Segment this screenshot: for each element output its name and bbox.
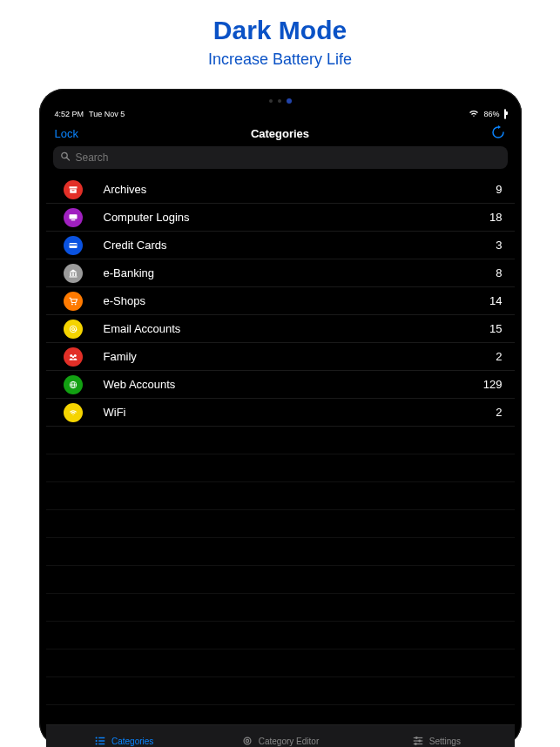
globe-icon — [64, 375, 83, 394]
refresh-icon — [491, 125, 505, 142]
category-row[interactable]: Family2 — [46, 343, 515, 371]
svg-point-17 — [70, 354, 72, 357]
empty-row — [46, 566, 515, 594]
search-input[interactable] — [53, 146, 508, 169]
cart-icon — [64, 292, 83, 311]
category-list: Archives9Computer Logins18Credit Cards3e… — [46, 176, 515, 724]
empty-row — [46, 677, 515, 705]
category-row[interactable]: Email Accounts15 — [46, 315, 515, 343]
category-row[interactable]: Archives9 — [46, 176, 515, 204]
computer-icon — [64, 208, 83, 227]
svg-rect-8 — [69, 244, 77, 246]
tab-label: Category Editor — [259, 737, 319, 746]
family-icon — [64, 347, 83, 367]
empty-row — [46, 622, 515, 649]
category-count: 2 — [476, 350, 503, 363]
promo-subtitle: Increase Battery Life — [0, 50, 560, 69]
svg-point-15 — [70, 326, 77, 333]
category-count: 3 — [476, 239, 503, 252]
empty-row — [46, 482, 515, 510]
category-label: Web Accounts — [98, 378, 476, 391]
promo-title: Dark Mode — [0, 16, 560, 45]
svg-rect-5 — [69, 214, 77, 219]
category-row[interactable]: e-Shops14 — [46, 287, 515, 315]
svg-point-25 — [96, 739, 98, 741]
category-count: 15 — [476, 322, 503, 335]
gear-icon — [241, 735, 253, 748]
empty-row — [46, 705, 515, 724]
svg-rect-28 — [98, 743, 105, 744]
status-time: 4:52 PM — [55, 110, 84, 118]
category-label: Computer Logins — [98, 211, 476, 224]
sliders-icon — [412, 735, 424, 748]
category-label: Archives — [98, 183, 476, 196]
empty-row — [46, 594, 515, 622]
category-label: Family — [98, 350, 476, 363]
svg-point-18 — [73, 354, 76, 357]
card-icon — [64, 236, 83, 255]
category-row[interactable]: Computer Logins18 — [46, 204, 515, 232]
category-label: e-Shops — [98, 294, 476, 307]
page-title: Categories — [251, 127, 309, 140]
refresh-button[interactable] — [470, 125, 505, 142]
svg-point-13 — [71, 303, 72, 305]
lock-button[interactable]: Lock — [55, 127, 90, 140]
bank-icon — [64, 264, 83, 283]
category-count: 8 — [476, 266, 503, 279]
svg-rect-24 — [98, 737, 105, 737]
category-count: 9 — [476, 183, 503, 196]
category-count: 129 — [476, 378, 503, 391]
list-icon — [94, 735, 106, 748]
archive-icon — [64, 180, 83, 199]
svg-point-23 — [96, 737, 98, 738]
svg-rect-6 — [71, 219, 75, 220]
svg-rect-3 — [70, 189, 77, 193]
svg-rect-11 — [75, 273, 77, 276]
category-label: e-Banking — [98, 266, 476, 279]
category-count: 2 — [476, 406, 503, 419]
svg-point-29 — [244, 737, 251, 744]
tab-label: Settings — [429, 737, 461, 746]
svg-point-27 — [96, 743, 98, 744]
tab-label: Categories — [111, 737, 153, 746]
battery-percent: 86% — [483, 110, 499, 118]
category-row[interactable]: e-Banking8 — [46, 259, 515, 287]
category-label: Credit Cards — [98, 239, 476, 252]
category-count: 18 — [476, 211, 503, 224]
category-count: 14 — [476, 294, 503, 307]
empty-row — [46, 510, 515, 538]
status-date: Tue Nov 5 — [89, 110, 125, 118]
svg-line-1 — [66, 158, 69, 160]
category-label: WiFi — [98, 406, 476, 419]
empty-row — [46, 427, 515, 454]
svg-rect-26 — [98, 740, 105, 741]
category-row[interactable]: WiFi2 — [46, 399, 515, 427]
device-screen: 4:52 PM Tue Nov 5 86% Lock Categories — [46, 106, 515, 747]
svg-point-34 — [418, 739, 421, 742]
tab-categories[interactable]: Categories — [46, 725, 202, 747]
svg-point-14 — [74, 303, 76, 305]
tab-category-editor[interactable]: Category Editor — [202, 725, 358, 747]
tab-bar: CategoriesCategory EditorSettings — [46, 724, 515, 747]
at-icon — [64, 320, 83, 339]
device-sensors — [46, 96, 515, 106]
device-frame: 4:52 PM Tue Nov 5 86% Lock Categories — [39, 89, 522, 747]
svg-point-32 — [415, 737, 418, 739]
navigation-bar: Lock Categories — [46, 120, 515, 146]
status-bar: 4:52 PM Tue Nov 5 86% — [46, 106, 515, 120]
battery-icon — [504, 110, 506, 118]
svg-rect-2 — [69, 186, 77, 188]
empty-row — [46, 538, 515, 566]
category-row[interactable]: Credit Cards3 — [46, 232, 515, 259]
svg-point-19 — [71, 355, 73, 357]
tab-settings[interactable]: Settings — [358, 725, 514, 747]
category-label: Email Accounts — [98, 322, 476, 335]
empty-row — [46, 454, 515, 482]
svg-point-36 — [415, 743, 417, 745]
svg-rect-4 — [71, 190, 74, 191]
category-row[interactable]: Web Accounts129 — [46, 371, 515, 399]
wifi-icon — [64, 403, 83, 422]
svg-rect-12 — [69, 276, 77, 277]
svg-rect-9 — [70, 273, 71, 276]
svg-point-30 — [246, 739, 248, 742]
